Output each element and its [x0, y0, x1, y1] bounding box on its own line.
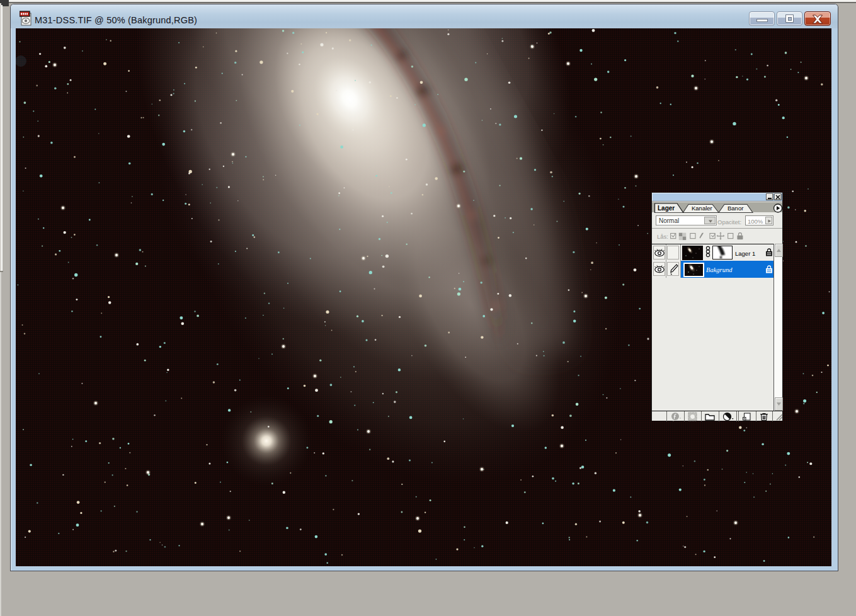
svg-text:Lager: Lager	[658, 205, 675, 212]
svg-text:Kanaler: Kanaler	[692, 205, 712, 212]
svg-text:Banor: Banor	[728, 205, 743, 212]
